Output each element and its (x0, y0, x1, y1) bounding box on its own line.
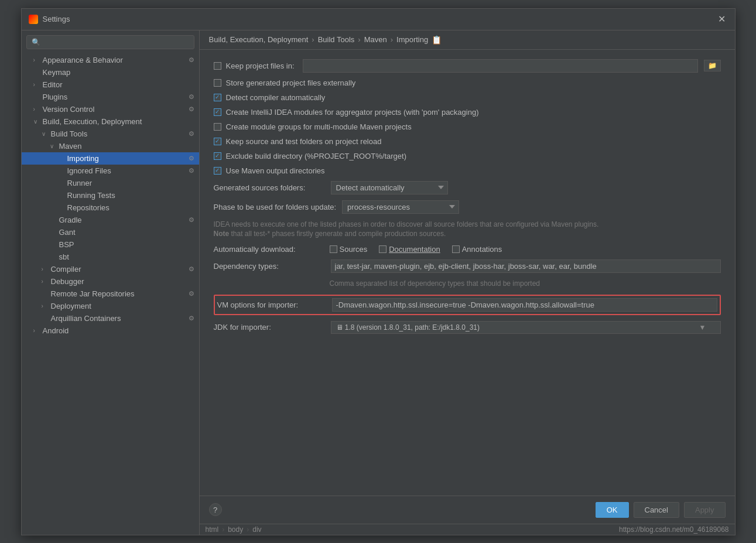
sidebar-item-plugins[interactable]: Plugins ⚙ (22, 91, 199, 103)
sources-check-label[interactable]: Sources (330, 245, 368, 254)
settings-icon: ⚙ (189, 216, 194, 224)
create-module-groups-label[interactable]: Create module groups for multi-module Ma… (214, 122, 412, 131)
arrow-spacer (58, 155, 64, 162)
store-generated-label[interactable]: Store generated project files externally (214, 78, 356, 87)
sidebar-item-debugger[interactable]: › Debugger (22, 275, 199, 288)
create-intellij-checkbox[interactable] (214, 108, 221, 116)
apply-button[interactable]: Apply (684, 502, 726, 518)
keep-source-checkbox[interactable] (214, 138, 221, 145)
sidebar-label: Importing (67, 154, 99, 163)
phase-select[interactable]: process-resources generate-sources initi… (342, 200, 459, 214)
detect-compiler-checkbox[interactable] (214, 94, 221, 101)
dependency-hint-text: Comma separated list of dependency types… (214, 279, 541, 288)
sidebar-item-runner[interactable]: Runner (22, 177, 199, 189)
detect-compiler-label[interactable]: Detect compiler automatically (214, 93, 326, 102)
arrow-spacer (50, 254, 56, 260)
sidebar-label: Gradle (59, 216, 82, 224)
keep-project-input[interactable] (303, 59, 698, 73)
phase-row: Phase to be used for folders update: pro… (214, 200, 721, 214)
create-intellij-text: Create IntelliJ IDEA modules for aggrega… (226, 108, 479, 117)
detect-compiler-row: Detect compiler automatically (214, 93, 721, 102)
settings-dialog: Settings ✕ › Appearance & Behavior ⚙ (21, 8, 736, 535)
sidebar-label: Appearance & Behavior (43, 56, 123, 64)
dependency-hint: Comma separated list of dependency types… (214, 279, 721, 289)
create-module-groups-checkbox[interactable] (214, 123, 221, 131)
footer-right: OK Cancel Apply (596, 502, 726, 518)
sidebar-item-gradle[interactable]: Gradle ⚙ (22, 214, 199, 226)
jdk-select[interactable]: 🖥 1.8 (version 1.8.0_31, path: E:/jdk1.8… (331, 321, 721, 334)
sidebar-item-build-tools[interactable]: ∨ Build Tools ⚙ (22, 128, 199, 140)
exclude-build-checkbox[interactable] (214, 152, 221, 160)
annotations-checkbox[interactable] (452, 245, 460, 253)
sidebar-label: Debugger (51, 277, 84, 286)
sidebar-item-gant[interactable]: Gant (22, 226, 199, 238)
keep-source-label[interactable]: Keep source and test folders on project … (214, 137, 382, 146)
breadcrumb-sep-3: › (391, 35, 393, 44)
search-input[interactable] (26, 35, 194, 49)
sidebar-item-deployment[interactable]: › Deployment (22, 300, 199, 312)
settings-icon: ⚙ (189, 105, 194, 113)
sidebar-item-keymap[interactable]: Keymap (22, 66, 199, 78)
sidebar-item-running-tests[interactable]: Running Tests (22, 189, 199, 202)
arrow-icon: › (33, 57, 39, 63)
generated-sources-select[interactable]: Detect automatically Sources Target gene… (331, 181, 448, 194)
sidebar-item-arquillian[interactable]: Arquillian Containers ⚙ (22, 312, 199, 325)
cancel-button[interactable]: Cancel (634, 502, 679, 518)
arrow-spacer (50, 241, 56, 248)
folder-browse-button[interactable]: 📁 (704, 60, 721, 71)
status-div: div (252, 525, 261, 534)
use-maven-checkbox[interactable] (214, 167, 221, 175)
sidebar-item-repositories[interactable]: Repositories (22, 202, 199, 214)
arrow-icon: › (33, 81, 39, 88)
keep-project-checkbox[interactable] (214, 62, 221, 70)
sidebar-item-bsp[interactable]: BSP (22, 238, 199, 251)
status-left: html › body › div (206, 525, 262, 534)
sidebar-item-editor[interactable]: › Editor (22, 78, 199, 91)
sidebar-label: Ignored Files (67, 166, 111, 175)
arrow-icon: › (42, 303, 47, 309)
status-bar: html › body › div https://blog.csdn.net/… (200, 524, 735, 535)
sidebar-label: Version Control (43, 105, 95, 114)
sidebar-item-appearance[interactable]: › Appearance & Behavior ⚙ (22, 54, 199, 66)
sidebar-tree: › Appearance & Behavior ⚙ Keymap › Edito… (22, 54, 199, 535)
sidebar-item-sbt[interactable]: sbt (22, 251, 199, 263)
breadcrumb-item-2: Build Tools (318, 35, 355, 44)
documentation-checkbox[interactable] (379, 245, 386, 253)
arrow-spacer (33, 94, 39, 100)
sidebar-item-version-control[interactable]: › Version Control ⚙ (22, 103, 199, 115)
sidebar-item-compiler[interactable]: › Compiler ⚙ (22, 263, 199, 275)
dialog-body: › Appearance & Behavior ⚙ Keymap › Edito… (22, 30, 735, 535)
store-generated-checkbox[interactable] (214, 79, 221, 87)
arrow-icon: › (42, 278, 47, 285)
sources-checkbox[interactable] (330, 245, 337, 253)
exclude-build-label[interactable]: Exclude build directory (%PROJECT_ROOT%/… (214, 152, 406, 160)
use-maven-label[interactable]: Use Maven output directories (214, 166, 325, 175)
sidebar-item-android[interactable]: › Android (22, 325, 199, 337)
arrow-spacer (58, 180, 64, 186)
exclude-build-row: Exclude build directory (%PROJECT_ROOT%/… (214, 152, 721, 160)
sidebar-label: Gant (59, 228, 76, 237)
create-intellij-label[interactable]: Create IntelliJ IDEA modules for aggrega… (214, 108, 479, 117)
documentation-check-label[interactable]: Documentation (379, 245, 440, 254)
dependency-types-input[interactable] (331, 259, 721, 273)
settings-icon: ⚙ (189, 130, 194, 138)
arrow-spacer (42, 291, 47, 297)
sidebar-item-remote-jar[interactable]: Remote Jar Repositories ⚙ (22, 288, 199, 300)
keep-project-row: Keep project files in: 📁 (214, 59, 721, 73)
sidebar-item-build-execution[interactable]: ∨ Build, Execution, Deployment (22, 115, 199, 128)
close-button[interactable]: ✕ (716, 13, 728, 25)
footer-left: ? (209, 503, 222, 516)
vm-options-row: VM options for importer: (214, 295, 721, 315)
sidebar-item-ignored-files[interactable]: Ignored Files ⚙ (22, 165, 199, 177)
use-maven-row: Use Maven output directories (214, 166, 721, 175)
ok-button[interactable]: OK (596, 502, 629, 518)
sidebar-item-maven[interactable]: ∨ Maven (22, 140, 199, 152)
jdk-label: JDK for importer: (214, 323, 325, 332)
jdk-arrow-icon: ▼ (699, 323, 706, 332)
vm-options-input[interactable] (332, 298, 717, 312)
sidebar-item-importing[interactable]: Importing ⚙ (22, 152, 199, 165)
annotations-check-label[interactable]: Annotations (452, 245, 502, 254)
keep-project-check-label[interactable]: Keep project files in: (214, 62, 295, 70)
sidebar-label: Android (43, 326, 69, 335)
help-button[interactable]: ? (209, 503, 222, 516)
